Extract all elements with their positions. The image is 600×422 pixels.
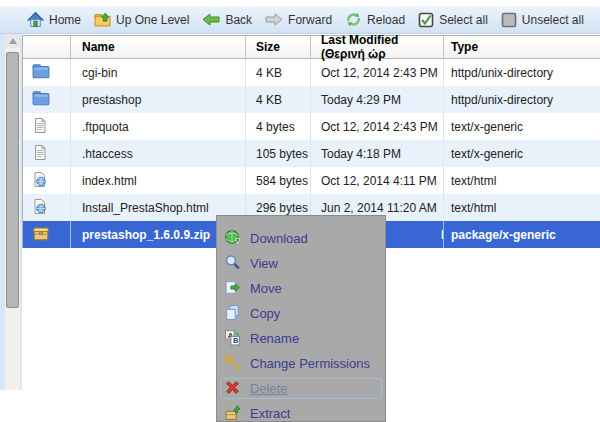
text-file-icon: [32, 117, 48, 137]
file-type: package/x-generic: [444, 221, 600, 248]
table-row[interactable]: .ftpquota 4 bytes Oct 12, 2014 2:43 PM t…: [23, 113, 600, 140]
file-size: 4 KB: [246, 59, 311, 86]
menu-item-delete[interactable]: Delete: [220, 378, 382, 399]
unselect-all-checkbox-icon: [501, 12, 517, 28]
table-row[interactable]: .htaccess 105 bytes Today 4:18 PM text/x…: [23, 140, 600, 167]
menu-item-label: Rename: [250, 331, 299, 346]
key-icon: [224, 354, 241, 374]
table-row[interactable]: index.html 584 bytes Oct 12, 2014 4:11 P…: [23, 167, 600, 194]
back-arrow-icon: [202, 12, 220, 27]
select-all-label: Select all: [439, 13, 488, 27]
left-panel-rail: [0, 34, 22, 390]
file-type: httpd/unix-directory: [444, 59, 600, 86]
table-row[interactable]: prestashop 4 KB Today 4:29 PM httpd/unix…: [23, 86, 600, 113]
home-icon: [27, 11, 44, 28]
rename-ab-icon: A B: [224, 329, 241, 349]
select-all-checkbox-icon: [418, 12, 434, 28]
file-icon-cell: [23, 113, 71, 140]
file-size: 584 bytes: [246, 167, 311, 194]
up-triangle-icon: [9, 38, 17, 44]
folder-icon: [32, 63, 50, 82]
home-label: Home: [49, 13, 81, 27]
zip-archive-icon: [32, 225, 50, 244]
html-file-icon: [32, 198, 48, 218]
menu-item-view[interactable]: View: [220, 253, 382, 274]
forward-label: Forward: [288, 13, 332, 27]
file-icon-cell: [23, 86, 71, 113]
back-button[interactable]: Back: [202, 12, 252, 27]
file-name: prestashop: [71, 86, 246, 113]
menu-item-label: Copy: [250, 306, 280, 321]
menu-item-download[interactable]: Download: [220, 228, 382, 249]
vertical-scrollbar[interactable]: [5, 34, 20, 390]
reload-label: Reload: [367, 13, 405, 27]
home-button[interactable]: Home: [27, 11, 81, 28]
up-one-level-button[interactable]: Up One Level: [94, 11, 189, 28]
menu-item-label: View: [250, 256, 278, 271]
menu-item-label: Move: [250, 281, 282, 296]
html-file-icon: [32, 171, 48, 191]
unselect-all-button[interactable]: Unselect all: [501, 12, 584, 28]
menu-item-rename[interactable]: A B Rename: [220, 328, 382, 349]
toolbar: Home Up One Level Back Forward: [0, 6, 600, 34]
file-type: text/x-generic: [444, 140, 600, 167]
scrollbar-up-arrow[interactable]: [5, 34, 20, 48]
up-one-level-icon: [94, 11, 111, 28]
table-row[interactable]: cgi-bin 4 KB Oct 12, 2014 2:43 PM httpd/…: [23, 59, 600, 86]
file-type: httpd/unix-directory: [444, 86, 600, 113]
file-name: index.html: [71, 167, 246, 194]
move-arrow-icon: [224, 279, 241, 299]
folder-icon: [32, 90, 50, 109]
file-type: text/html: [444, 167, 600, 194]
file-modified: Today 4:29 PM: [311, 86, 444, 113]
file-icon-cell: [23, 194, 71, 221]
unselect-all-label: Unselect all: [522, 13, 584, 27]
file-size: 4 bytes: [246, 113, 311, 140]
reload-icon: [345, 11, 362, 28]
copy-pages-icon: [224, 304, 241, 324]
file-icon-cell: [23, 140, 71, 167]
file-icon-cell: [23, 59, 71, 86]
header-type[interactable]: Type: [444, 36, 600, 58]
svg-text:B: B: [233, 336, 239, 345]
reload-button[interactable]: Reload: [345, 11, 405, 28]
forward-button[interactable]: Forward: [265, 12, 332, 27]
file-type: text/x-generic: [444, 113, 600, 140]
header-last-modified[interactable]: Last Modified (Θερινή ώρ: [311, 36, 444, 58]
forward-arrow-icon: [265, 12, 283, 27]
menu-item-copy[interactable]: Copy: [220, 303, 382, 324]
file-name: .htaccess: [71, 140, 246, 167]
extract-package-icon: [224, 404, 241, 422]
select-all-button[interactable]: Select all: [418, 12, 488, 28]
file-size: 105 bytes: [246, 140, 311, 167]
menu-item-move[interactable]: Move: [220, 278, 382, 299]
magnifier-icon: [224, 254, 241, 274]
red-x-icon: [224, 379, 241, 399]
file-modified: Oct 12, 2014 2:43 PM: [311, 59, 444, 86]
table-header-row: Name Size Last Modified (Θερινή ώρ Type: [23, 36, 600, 59]
text-file-icon: [32, 144, 48, 164]
download-globe-icon: [224, 229, 241, 249]
menu-item-label: Delete: [250, 381, 288, 396]
file-icon-cell: [23, 221, 71, 248]
menu-item-label: Change Permissions: [250, 356, 370, 371]
header-name[interactable]: Name: [71, 36, 246, 58]
up-one-level-label: Up One Level: [116, 13, 189, 27]
menu-item-label: Extract: [250, 406, 290, 421]
file-type: text/html: [444, 194, 600, 221]
back-label: Back: [225, 13, 252, 27]
menu-item-change-permissions[interactable]: Change Permissions: [220, 353, 382, 374]
context-menu: Download View Move Copy: [216, 215, 386, 422]
header-size[interactable]: Size: [246, 36, 311, 58]
file-modified: Today 4:18 PM: [311, 140, 444, 167]
file-icon-cell: [23, 167, 71, 194]
file-manager-window: Home Up One Level Back Forward: [0, 0, 600, 422]
scrollbar-thumb[interactable]: [6, 52, 19, 308]
menu-item-extract[interactable]: Extract: [220, 403, 382, 422]
header-icon-column[interactable]: [23, 36, 71, 58]
file-modified: Oct 12, 2014 2:43 PM: [311, 113, 444, 140]
file-name: .ftpquota: [71, 113, 246, 140]
menu-item-label: Download: [250, 231, 308, 246]
file-modified: Oct 12, 2014 4:11 PM: [311, 167, 444, 194]
file-size: 4 KB: [246, 86, 311, 113]
